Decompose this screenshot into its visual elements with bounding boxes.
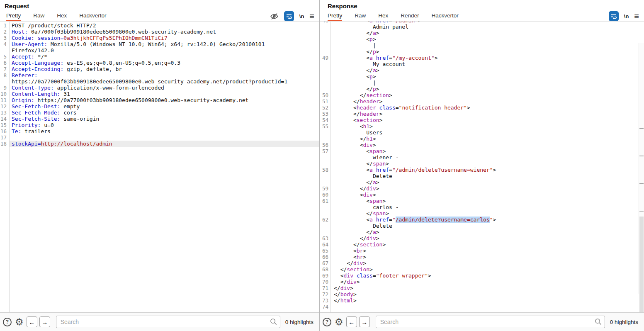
code-line[interactable]: </p> xyxy=(320,86,644,92)
prev-match-button[interactable]: ← xyxy=(346,316,357,327)
code-line[interactable]: </h1> xyxy=(320,136,644,142)
code-line[interactable]: wiener - xyxy=(320,154,644,161)
settings-gear-icon[interactable]: ⚙ xyxy=(335,317,343,327)
code-line[interactable]: 56 <div> xyxy=(320,142,644,148)
code-line[interactable]: 67 </div> xyxy=(320,260,644,266)
code-line[interactable]: 62 <a href="/admin/delete?username=carlo… xyxy=(320,217,644,223)
line-number: 10 xyxy=(0,91,9,97)
prev-match-button[interactable]: ← xyxy=(27,316,37,327)
tab-hackvertor[interactable]: Hackvertor xyxy=(432,11,459,21)
code-line[interactable]: 11Origin: https://0a77000f03bb909180edee… xyxy=(0,97,319,103)
code-line[interactable]: 69 <div class="footer-wrapper"> xyxy=(320,273,644,279)
code-line[interactable]: 52 <header class="notification-header"> xyxy=(320,105,644,111)
code-line[interactable]: 64 </section> xyxy=(320,241,644,248)
code-line[interactable]: 18stockApi=http://localhost/admin xyxy=(0,141,319,147)
tab-pretty[interactable]: Pretty xyxy=(328,11,342,21)
code-line[interactable]: 60 <div> xyxy=(320,192,644,198)
code-line[interactable]: 66 <hr> xyxy=(320,254,644,260)
tab-raw[interactable]: Raw xyxy=(33,11,44,21)
code-line[interactable]: 53 </header> xyxy=(320,111,644,117)
code-line[interactable]: </span> xyxy=(320,161,644,167)
tab-hex[interactable]: Hex xyxy=(378,11,388,21)
code-line[interactable]: 54 <section> xyxy=(320,117,644,123)
next-match-button[interactable]: → xyxy=(359,316,370,327)
tab-raw[interactable]: Raw xyxy=(355,11,366,21)
code-line[interactable]: 10Content-Length: 31 xyxy=(0,91,319,97)
code-line[interactable]: 59 </div> xyxy=(320,185,644,192)
word-wrap-icon[interactable] xyxy=(284,11,294,21)
code-line[interactable]: </a> xyxy=(320,67,644,73)
request-editor[interactable]: 1POST /product/stock HTTP/22Host: 0a7700… xyxy=(0,22,319,312)
show-newlines-icon[interactable]: \n xyxy=(299,13,304,19)
code-line[interactable]: carlos - xyxy=(320,204,644,210)
help-icon[interactable]: ? xyxy=(323,318,331,326)
request-search-input[interactable] xyxy=(56,316,280,328)
code-line[interactable]: 74 xyxy=(320,304,644,310)
menu-icon[interactable]: ≡ xyxy=(309,12,314,20)
code-line[interactable]: 58 <a href="/admin/delete?username=wiene… xyxy=(320,167,644,173)
help-icon[interactable]: ? xyxy=(3,318,12,326)
tab-pretty[interactable]: Pretty xyxy=(6,11,21,21)
tab-hackvertor[interactable]: Hackvertor xyxy=(79,11,106,21)
code-line[interactable]: 16Te: trailers xyxy=(0,128,319,134)
response-scrollbar[interactable] xyxy=(639,43,644,294)
code-line[interactable]: 6Accept-Language: es-ES,es;q=0.8,en-US;q… xyxy=(0,60,319,66)
code-line[interactable]: 9Content-Type: application/x-www-form-ur… xyxy=(0,85,319,91)
line-number xyxy=(320,173,331,179)
code-line[interactable]: 71</div> xyxy=(320,285,644,291)
code-line[interactable]: 63 </div> xyxy=(320,235,644,241)
scrollbar-thumb[interactable] xyxy=(639,217,644,312)
show-newlines-icon[interactable]: \n xyxy=(624,13,629,19)
code-line[interactable]: 5Accept: */* xyxy=(0,54,319,60)
code-line[interactable]: 61 <span> xyxy=(320,198,644,204)
code-line[interactable]: 7Accept-Encoding: gzip, deflate, br xyxy=(0,66,319,72)
code-line[interactable]: Delete xyxy=(320,223,644,229)
word-wrap-icon[interactable] xyxy=(609,11,619,21)
code-line[interactable]: 73</html> xyxy=(320,297,644,304)
code-line[interactable]: </a> xyxy=(320,179,644,185)
code-line[interactable]: 70 </div> xyxy=(320,279,644,285)
code-line[interactable]: https://0a77000f03bb909180edee65009800e0… xyxy=(0,78,319,85)
code-line[interactable]: | xyxy=(320,80,644,86)
line-number: 52 xyxy=(320,105,331,111)
code-line[interactable]: Firefox/142.0 xyxy=(0,47,319,54)
code-line[interactable]: Admin panel xyxy=(320,24,644,30)
code-line[interactable]: 1POST /product/stock HTTP/2 xyxy=(0,22,319,29)
code-line[interactable]: 15Priority: u=0 xyxy=(0,122,319,128)
code-line[interactable]: </p> xyxy=(320,49,644,55)
code-line[interactable]: My account xyxy=(320,61,644,67)
code-line[interactable]: 65 <br> xyxy=(320,248,644,254)
code-line[interactable]: 55 <h1> xyxy=(320,123,644,129)
response-viewer[interactable]: 48 <a href="/admin"> Admin panel </a> <p… xyxy=(320,22,644,312)
code-line[interactable]: | xyxy=(320,42,644,49)
code-line[interactable]: <p> xyxy=(320,36,644,42)
code-line[interactable]: </a> xyxy=(320,229,644,235)
tab-render[interactable]: Render xyxy=(401,11,419,21)
code-line[interactable]: </a> xyxy=(320,30,644,36)
code-line[interactable]: 13Sec-Fetch-Mode: cors xyxy=(0,110,319,116)
code-line[interactable]: 3Cookie: session=0a3htjkhCFFqPs5EPhIOhDm… xyxy=(0,35,319,41)
code-line[interactable]: 57 <span> xyxy=(320,148,644,154)
menu-icon[interactable]: ≡ xyxy=(634,12,639,20)
eye-off-icon[interactable] xyxy=(270,12,279,21)
code-line[interactable]: 72</body> xyxy=(320,291,644,297)
tab-hex[interactable]: Hex xyxy=(57,11,67,21)
code-line[interactable]: 8Referer: xyxy=(0,72,319,78)
code-line[interactable]: 50 </section> xyxy=(320,92,644,98)
code-line[interactable]: 4User-Agent: Mozilla/5.0 (Windows NT 10.… xyxy=(0,41,319,47)
code-line[interactable]: 12Sec-Fetch-Dest: empty xyxy=(0,103,319,110)
line-number: 69 xyxy=(320,273,331,279)
code-line[interactable]: 68 </section> xyxy=(320,266,644,273)
settings-gear-icon[interactable]: ⚙ xyxy=(15,317,24,327)
code-line[interactable]: 49 <a href="/my-account"> xyxy=(320,55,644,61)
code-line[interactable]: 17 xyxy=(0,134,319,141)
code-line[interactable]: Delete xyxy=(320,173,644,179)
code-line[interactable]: 14Sec-Fetch-Site: same-origin xyxy=(0,116,319,122)
code-line[interactable]: </span> xyxy=(320,210,644,217)
code-line[interactable]: 2Host: 0a77000f03bb909180edee65009800e0.… xyxy=(0,29,319,35)
code-line[interactable]: Users xyxy=(320,129,644,136)
next-match-button[interactable]: → xyxy=(39,316,50,327)
code-line[interactable]: 51 </header> xyxy=(320,98,644,105)
code-line[interactable]: <p> xyxy=(320,73,644,80)
response-search-input[interactable] xyxy=(376,316,605,328)
